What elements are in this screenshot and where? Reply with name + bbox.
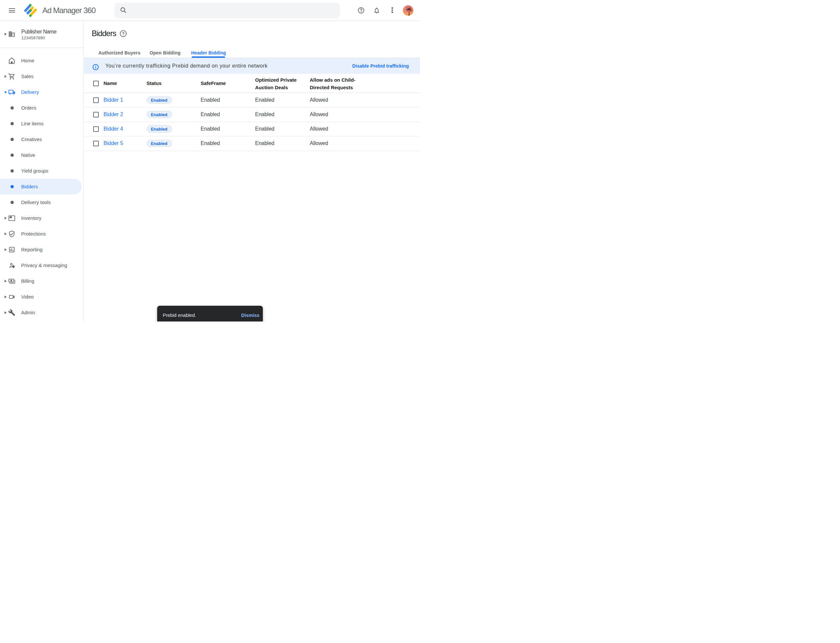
svg-text:?: ?: [122, 31, 125, 36]
